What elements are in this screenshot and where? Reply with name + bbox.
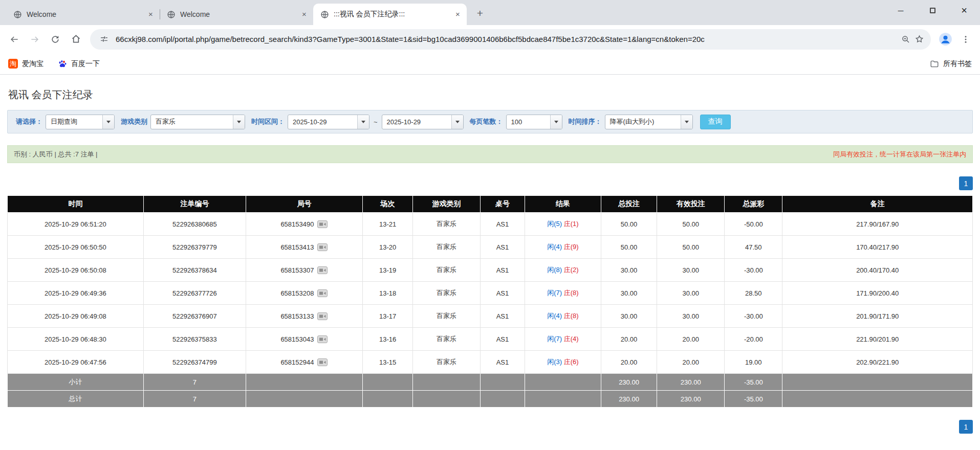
- round-number: 658153413: [280, 243, 314, 251]
- forward-button[interactable]: [25, 29, 45, 50]
- globe-icon: [320, 10, 329, 19]
- cell-payout: -50.00: [725, 213, 782, 236]
- cell-table-no: AS1: [481, 282, 525, 305]
- sort-order-select[interactable]: 降幂(由大到小): [605, 115, 693, 129]
- cell-bet-id: 522926377726: [143, 282, 246, 305]
- page-size-select[interactable]: 100: [506, 115, 562, 129]
- cell-total-bet[interactable]: 30.00: [601, 305, 657, 328]
- bookmark-aitaobao[interactable]: 淘 爱淘宝: [8, 59, 43, 69]
- site-info-icon[interactable]: [97, 33, 111, 46]
- col-header-game-type: 游戏类别: [413, 196, 481, 213]
- cell-game-type: 百家乐: [413, 351, 481, 374]
- cell-total-bet[interactable]: 50.00: [601, 236, 657, 259]
- page-content: 视讯 会员下注纪录 请选择： 日期查询 游戏类别 百家乐 时间区间： 2025-…: [0, 75, 980, 434]
- pagination-page-button[interactable]: 1: [959, 420, 973, 434]
- browser-tab[interactable]: Welcome×: [6, 4, 160, 25]
- all-bookmarks-button[interactable]: 所有书签: [930, 59, 972, 69]
- table-header: 时间注单编号局号场次游戏类别桌号结果总投注有效投注总派彩备注: [8, 196, 973, 213]
- chevron-down-icon[interactable]: [681, 115, 692, 129]
- game-type-value: 百家乐: [151, 117, 233, 126]
- query-mode-select[interactable]: 日期查询: [46, 115, 115, 129]
- game-type-select[interactable]: 百家乐: [150, 115, 245, 129]
- cell-round: 658153490: [246, 213, 362, 236]
- pagination-page-button[interactable]: 1: [959, 176, 973, 190]
- cell-session: 13-21: [363, 213, 413, 236]
- cell-table-no: AS1: [481, 259, 525, 282]
- result-player: 闲(3): [547, 358, 562, 366]
- round-number: 658153043: [280, 335, 314, 343]
- cell-note: 217.90/167.90: [782, 213, 973, 236]
- tab-title: Welcome: [180, 10, 296, 18]
- address-bar[interactable]: 66cxkj98.com/ipl/portal.php/game/betreco…: [90, 29, 931, 50]
- chevron-down-icon[interactable]: [233, 115, 245, 129]
- cell-valid-bet: 50.00: [657, 236, 725, 259]
- cell-total-bet[interactable]: 20.00: [601, 328, 657, 351]
- profile-avatar[interactable]: [935, 29, 955, 50]
- date-from-select[interactable]: 2025-10-29: [288, 115, 369, 129]
- reload-button[interactable]: [45, 29, 66, 50]
- round-video-icon[interactable]: [317, 243, 328, 251]
- round-video-icon[interactable]: [317, 312, 328, 320]
- maximize-button[interactable]: [917, 0, 948, 20]
- cell-round: 658152944: [246, 351, 362, 374]
- footer-cell-payout: -35.00: [725, 391, 782, 408]
- home-button[interactable]: [66, 29, 86, 50]
- cell-total-bet[interactable]: 30.00: [601, 259, 657, 282]
- tab-close-icon[interactable]: ×: [453, 10, 463, 19]
- col-header-result: 结果: [525, 196, 601, 213]
- back-button[interactable]: [4, 29, 25, 50]
- cell-total-bet[interactable]: 30.00: [601, 282, 657, 305]
- cell-bet-id: 522926374799: [143, 351, 246, 374]
- footer-cell-result: [525, 374, 601, 391]
- cell-payout: -30.00: [725, 305, 782, 328]
- round-video-icon[interactable]: [317, 266, 328, 274]
- menu-icon[interactable]: [955, 29, 976, 50]
- footer-cell-session: [363, 374, 413, 391]
- tab-close-icon[interactable]: ×: [299, 10, 309, 19]
- cell-time: 2025-10-29 06:49:36: [8, 282, 144, 305]
- round-number: 658153307: [280, 266, 314, 274]
- cell-time: 2025-10-29 06:51:20: [8, 213, 144, 236]
- col-header-valid-bet: 有效投注: [657, 196, 725, 213]
- cell-total-bet[interactable]: 50.00: [601, 213, 657, 236]
- tab-close-icon[interactable]: ×: [146, 10, 156, 19]
- cell-table-no: AS1: [481, 351, 525, 374]
- col-header-time: 时间: [8, 196, 144, 213]
- cell-result: 闲(4) 庄(9): [525, 236, 601, 259]
- cell-note: 200.40/170.40: [782, 259, 973, 282]
- bookmark-star-icon[interactable]: [912, 33, 926, 46]
- chevron-down-icon[interactable]: [102, 115, 114, 129]
- browser-tab[interactable]: :::视讯 会员下注纪录:::×: [313, 4, 467, 25]
- date-to-select[interactable]: 2025-10-29: [382, 115, 464, 129]
- tab-title: Welcome: [27, 10, 143, 18]
- chevron-down-icon[interactable]: [357, 115, 369, 129]
- cell-time: 2025-10-29 06:49:08: [8, 305, 144, 328]
- bookmark-baidu[interactable]: 百度一下: [58, 59, 100, 69]
- browser-tab[interactable]: Welcome×: [160, 4, 313, 25]
- search-button[interactable]: 查询: [700, 115, 731, 129]
- cell-session: 13-16: [363, 328, 413, 351]
- footer-cell-payout: -35.00: [725, 374, 782, 391]
- cell-payout: 47.50: [725, 236, 782, 259]
- cell-payout: 19.00: [725, 351, 782, 374]
- valid-bet-notice: 同局有效投注，统一计算在该局第一张注单内: [833, 150, 966, 159]
- round-video-icon[interactable]: [317, 358, 328, 366]
- round-number: 658153133: [280, 312, 314, 320]
- close-button[interactable]: ×: [948, 0, 980, 20]
- minimize-button[interactable]: ─: [885, 0, 917, 20]
- cell-result: 闲(5) 庄(1): [525, 213, 601, 236]
- new-tab-button[interactable]: +: [472, 5, 488, 21]
- result-banker: 庄(1): [564, 220, 579, 228]
- round-video-icon[interactable]: [317, 289, 328, 297]
- url-text[interactable]: 66cxkj98.com/ipl/portal.php/game/betreco…: [116, 35, 894, 43]
- round-video-icon[interactable]: [317, 220, 328, 228]
- zoom-icon[interactable]: [899, 33, 912, 46]
- chevron-down-icon[interactable]: [550, 115, 562, 129]
- cell-payout: 28.50: [725, 282, 782, 305]
- chevron-down-icon[interactable]: [451, 115, 463, 129]
- footer-cell-bet-id: 7: [143, 391, 246, 408]
- cell-total-bet[interactable]: 20.00: [601, 351, 657, 374]
- cell-time: 2025-10-29 06:47:56: [8, 351, 144, 374]
- round-video-icon[interactable]: [317, 335, 328, 343]
- col-header-round: 局号: [246, 196, 362, 213]
